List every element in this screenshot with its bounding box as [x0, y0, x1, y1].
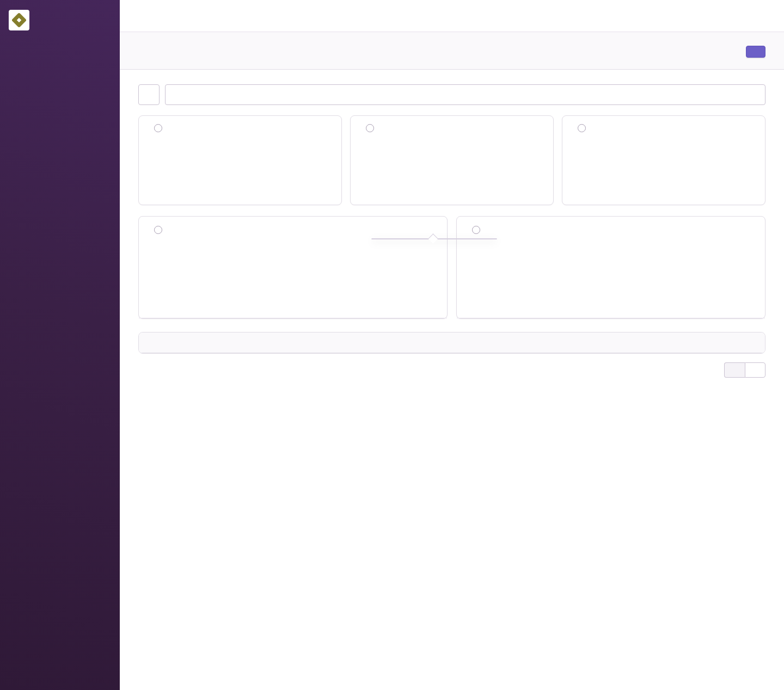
sidebar — [0, 0, 120, 690]
y-axis — [150, 140, 173, 196]
y-axis — [142, 242, 165, 309]
card-menu-dropdown — [371, 238, 497, 239]
page-head — [120, 32, 784, 70]
related-transactions-list — [139, 318, 447, 318]
trend-cards — [138, 216, 765, 319]
most-improved-chart[interactable] — [483, 242, 754, 309]
y-axis — [460, 242, 483, 309]
card-user-misery — [138, 115, 342, 205]
related-issues-chart[interactable] — [165, 242, 436, 309]
sidebar-collapse-button[interactable] — [0, 662, 120, 679]
topbar — [120, 0, 784, 32]
summary-cards — [138, 115, 765, 205]
main — [120, 0, 784, 690]
filter-transactions-input[interactable] — [165, 84, 765, 105]
filter-row — [138, 84, 765, 105]
help-icon[interactable] — [366, 124, 374, 132]
help-icon[interactable] — [154, 226, 162, 234]
user-misery-chart[interactable] — [173, 140, 330, 196]
sidebar-bottom — [0, 647, 120, 679]
active-filters-button[interactable] — [138, 84, 160, 105]
search-box — [165, 84, 765, 105]
failure-rate-chart[interactable] — [596, 140, 754, 196]
tpm-chart[interactable] — [384, 140, 542, 196]
help-icon[interactable] — [578, 124, 586, 132]
next-page-button[interactable] — [745, 362, 765, 378]
content — [120, 70, 784, 690]
app-root — [0, 0, 784, 690]
card-failure-rate — [562, 115, 765, 205]
y-axis — [573, 140, 596, 196]
org-logo-icon — [9, 10, 29, 30]
previous-page-button[interactable] — [724, 362, 745, 378]
org-switcher[interactable] — [0, 8, 120, 33]
card-most-related-issues — [138, 216, 448, 319]
collapse-icon — [10, 666, 20, 676]
transactions-table — [138, 332, 765, 354]
help-icon[interactable] — [154, 124, 162, 132]
view-trends-button[interactable] — [746, 46, 765, 58]
table-header — [139, 332, 765, 353]
card-most-improved — [456, 216, 765, 319]
help-icon[interactable] — [472, 226, 480, 234]
card-tpm — [350, 115, 554, 205]
y-axis — [362, 140, 384, 196]
pagination — [138, 362, 765, 378]
improved-transactions-list — [457, 318, 765, 318]
